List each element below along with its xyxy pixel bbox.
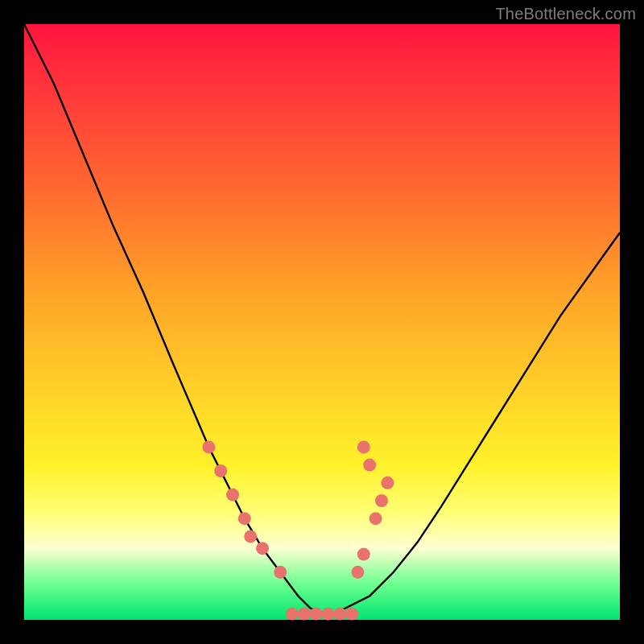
marker-dot xyxy=(381,477,394,489)
chart-svg xyxy=(24,24,620,620)
curve-markers xyxy=(202,440,394,620)
marker-dot xyxy=(298,608,311,621)
marker-dot xyxy=(238,512,251,525)
marker-dot xyxy=(202,440,215,453)
marker-dot xyxy=(321,608,334,621)
watermark-text: TheBottleneck.com xyxy=(495,5,636,23)
marker-dot xyxy=(369,512,382,525)
marker-dot xyxy=(244,530,257,543)
marker-dot xyxy=(256,542,269,555)
marker-dot xyxy=(274,566,287,579)
marker-dot xyxy=(214,464,227,477)
marker-dot xyxy=(345,608,358,621)
marker-dot xyxy=(357,440,370,453)
marker-dot xyxy=(286,608,299,621)
marker-dot xyxy=(226,489,239,502)
marker-dot xyxy=(357,548,370,561)
chart-frame: TheBottleneck.com xyxy=(0,0,644,644)
marker-dot xyxy=(363,459,376,472)
marker-dot xyxy=(375,494,388,507)
marker-dot xyxy=(310,608,323,621)
bottleneck-curve xyxy=(24,24,620,614)
plot-area xyxy=(24,24,620,620)
marker-dot xyxy=(351,566,364,579)
marker-dot xyxy=(333,608,346,621)
